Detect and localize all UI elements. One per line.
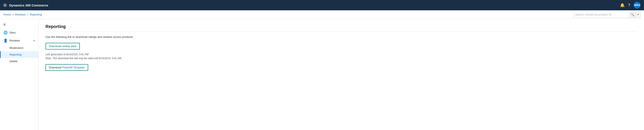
breadcrumb-home[interactable]: Home [4, 13, 11, 16]
app-title: Dynamics 365 Commerce [9, 4, 48, 7]
top-nav: ⊞ Dynamics 365 Commerce 🔔 ? MRG [0, 0, 644, 10]
sidebar-toggle[interactable]: ≡ [0, 21, 38, 29]
person-icon: 👤 [4, 39, 7, 43]
sidebar-label-sites: Sites [10, 31, 16, 34]
breadcrumb-reviews[interactable]: Reviews [15, 13, 26, 16]
link-note: Note: This download link will only be va… [46, 57, 637, 60]
search-input[interactable] [574, 13, 629, 16]
sidebar-item-reporting[interactable]: Reporting [0, 51, 38, 58]
breadcrumb-bar: Home > Reviews > Reporting 🔍 ▼ [0, 10, 644, 19]
search-dropdown-button[interactable]: ▼ [636, 12, 640, 18]
page-title: Reporting [46, 24, 637, 32]
link-generated-info: Link generated at 8/14/2019, 3:41 PM [46, 53, 637, 56]
download-powerbi-button[interactable]: Download PowerBI Template [46, 64, 88, 71]
content-description: Use the following link to download ratin… [46, 35, 637, 39]
waffle-icon[interactable]: ⊞ [4, 3, 7, 8]
top-nav-right: 🔔 ? MRG [620, 2, 640, 9]
breadcrumb-reporting: Reporting [30, 13, 42, 16]
sidebar: ≡ 🌐 Sites 👤 Reviews ∧ Moderation Reporti… [0, 19, 38, 130]
avatar[interactable]: MRG [634, 2, 640, 9]
download-review-data-button[interactable]: Download review data [46, 43, 80, 49]
search-button[interactable]: 🔍 [629, 12, 636, 18]
chevron-up-icon: ∧ [33, 39, 35, 42]
breadcrumb: Home > Reviews > Reporting [4, 13, 42, 16]
powerbi-prefix-text: Download [49, 66, 62, 69]
search-container: 🔍 ▼ [573, 11, 640, 18]
powerbi-link[interactable]: PowerBI Template [62, 66, 84, 69]
main-layout: ≡ 🌐 Sites 👤 Reviews ∧ Moderation Reporti… [0, 19, 644, 130]
top-nav-left: ⊞ Dynamics 365 Commerce [4, 3, 48, 8]
sidebar-item-moderation[interactable]: Moderation [0, 45, 38, 51]
globe-icon: 🌐 [4, 31, 7, 35]
sidebar-item-reviews[interactable]: 👤 Reviews ∧ [0, 37, 38, 45]
sidebar-reviews-left: 👤 Reviews [4, 39, 20, 43]
content-area: Reporting Use the following link to down… [38, 19, 644, 130]
bell-icon[interactable]: 🔔 [620, 3, 625, 8]
breadcrumb-sep-1: > [12, 13, 14, 16]
sidebar-item-sites[interactable]: 🌐 Sites [0, 29, 38, 37]
breadcrumb-sep-2: > [27, 13, 28, 16]
help-icon[interactable]: ? [628, 3, 630, 7]
sidebar-item-delete[interactable]: Delete [0, 58, 38, 64]
sidebar-label-reviews: Reviews [10, 39, 20, 42]
